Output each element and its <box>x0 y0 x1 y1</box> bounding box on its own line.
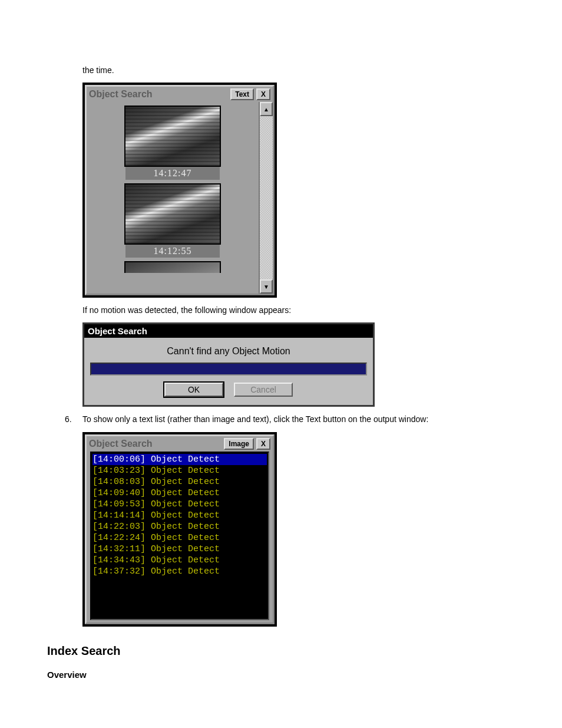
text-list[interactable]: [14:00:06] Object Detect[14:03:23] Objec… <box>90 452 269 620</box>
step-number: 6. <box>65 414 82 424</box>
thumbnail-list: 14:12:47 14:12:55 <box>87 102 259 294</box>
cancel-button: Cancel <box>234 383 293 397</box>
modal-message: Cann't find any Object Motion <box>84 338 373 363</box>
no-motion-text: If no motion was detected, the following… <box>82 305 515 315</box>
list-item[interactable]: [14:08:03] Object Detect <box>92 476 267 487</box>
list-item[interactable]: [14:00:06] Object Detect <box>92 454 267 465</box>
list-item[interactable]: [14:37:32] Object Detect <box>92 566 267 577</box>
object-search-thumbnails-window: Object Search Text X 14:12:47 14:12:55 <box>82 83 277 298</box>
list-item[interactable]: [14:14:14] Object Detect <box>92 510 267 521</box>
window-title: Object Search <box>89 439 222 449</box>
list-item[interactable]: [14:09:53] Object Detect <box>92 499 267 510</box>
scroll-up-icon[interactable]: ▲ <box>260 102 273 116</box>
object-search-modal: Object Search Cann't find any Object Mot… <box>82 322 375 407</box>
scroll-down-icon[interactable]: ▼ <box>260 279 273 294</box>
step-text: To show only a text list (rather than im… <box>82 414 428 424</box>
object-search-textlist-window: Object Search Image X [14:00:06] Object … <box>82 432 277 627</box>
thumbnail-image <box>124 183 221 245</box>
titlebar: Object Search Text X <box>87 87 273 102</box>
progress-bar <box>90 363 367 375</box>
heading-index-search: Index Search <box>47 644 515 658</box>
thumbnail-item[interactable]: 14:12:55 <box>125 183 220 258</box>
thumbnail-partial <box>124 261 221 273</box>
ok-button[interactable]: OK <box>164 383 223 397</box>
list-item[interactable]: [14:34:43] Object Detect <box>92 555 267 566</box>
list-item[interactable]: [14:22:03] Object Detect <box>92 521 267 532</box>
image-mode-button[interactable]: Image <box>224 438 254 450</box>
thumbnail-time: 14:12:55 <box>125 245 220 258</box>
thumbnail-image <box>124 106 221 167</box>
list-item[interactable]: [14:22:24] Object Detect <box>92 532 267 543</box>
text-mode-button[interactable]: Text <box>230 88 254 100</box>
scroll-track[interactable] <box>260 116 273 279</box>
close-button[interactable]: X <box>256 438 270 450</box>
thumbnail-item[interactable]: 14:12:47 <box>125 106 220 180</box>
intro-text: the time. <box>82 65 515 75</box>
thumbnail-time: 14:12:47 <box>125 167 220 180</box>
heading-overview: Overview <box>47 670 515 680</box>
list-item[interactable]: [14:32:11] Object Detect <box>92 543 267 555</box>
titlebar: Object Search Image X <box>87 436 273 452</box>
list-item[interactable]: [14:09:40] Object Detect <box>92 487 267 499</box>
window-title: Object Search <box>89 89 228 100</box>
close-button[interactable]: X <box>256 88 270 100</box>
modal-title: Object Search <box>84 324 373 338</box>
list-item[interactable]: [14:03:23] Object Detect <box>92 465 267 476</box>
scrollbar[interactable]: ▲ ▼ <box>259 102 273 294</box>
